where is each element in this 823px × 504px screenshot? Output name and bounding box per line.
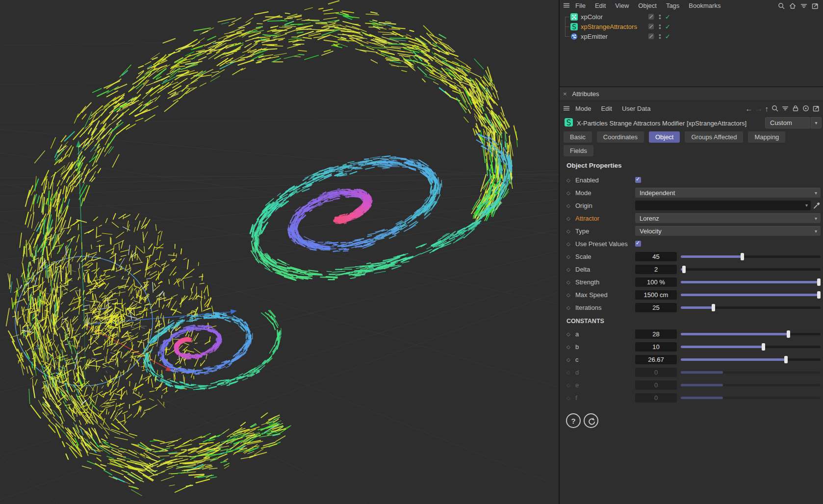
visibility-dots-icon[interactable]: [657, 24, 663, 30]
slider-knob[interactable]: [784, 356, 788, 363]
object-row-xpstrangeattractors[interactable]: xpStrangeAttractors✓: [560, 22, 823, 31]
attr-menu-mode[interactable]: Mode: [575, 105, 592, 112]
close-icon[interactable]: ×: [563, 90, 567, 98]
layer-icon[interactable]: [648, 23, 655, 30]
scale-slider[interactable]: [681, 255, 821, 258]
attr-menu-user-data[interactable]: User Data: [622, 105, 651, 112]
strength-slider[interactable]: [681, 281, 821, 283]
menu-item-tags[interactable]: Tags: [666, 2, 679, 9]
forward-icon[interactable]: →: [755, 105, 763, 112]
search-icon[interactable]: [777, 2, 785, 10]
hamburger-icon[interactable]: [563, 1, 570, 9]
object-row-xpcolor[interactable]: xpColor✓: [560, 12, 823, 22]
mode-dropdown[interactable]: Independent▾: [635, 188, 821, 198]
max-speed-value[interactable]: 1500 cm: [635, 290, 677, 300]
b-value[interactable]: 10: [635, 342, 677, 352]
search-icon[interactable]: [771, 104, 779, 112]
new-panel-icon[interactable]: [811, 2, 819, 10]
tab-object[interactable]: Object: [649, 131, 680, 143]
strength-value[interactable]: 100 %: [635, 277, 677, 287]
hamburger-icon[interactable]: [563, 104, 570, 112]
help-icon[interactable]: ?: [566, 413, 581, 428]
filter-icon[interactable]: [781, 104, 789, 112]
tab-mapping[interactable]: Mapping: [748, 131, 785, 143]
section-title: Object Properties: [566, 162, 622, 169]
scale-value[interactable]: 45: [635, 252, 677, 261]
filter-icon[interactable]: [800, 2, 808, 10]
attr-menu-edit[interactable]: Edit: [601, 105, 612, 112]
menu-item-view[interactable]: View: [615, 2, 629, 9]
preset-dropdown-arrow[interactable]: ▾: [811, 117, 822, 128]
e-value[interactable]: 0: [635, 380, 677, 390]
tab-coordinates[interactable]: Coordinates: [597, 131, 644, 143]
iterations-slider[interactable]: [681, 306, 821, 309]
enabled-check-icon[interactable]: ✓: [665, 23, 670, 30]
property-row-a: ◇a28: [560, 328, 823, 340]
xpcolor-icon[interactable]: [570, 13, 578, 21]
enabled-check-icon[interactable]: ✓: [665, 33, 670, 40]
enabled-checkbox[interactable]: [635, 177, 641, 183]
slider-knob[interactable]: [817, 278, 821, 286]
menu-item-edit[interactable]: Edit: [595, 2, 606, 9]
d-slider[interactable]: [681, 371, 821, 374]
delta-value[interactable]: 2: [635, 265, 677, 274]
back-icon[interactable]: ←: [746, 105, 753, 112]
reset-icon[interactable]: [584, 413, 598, 428]
slider-knob[interactable]: [712, 304, 715, 311]
constants-properties: ◇a28◇b10◇c26.67◇d0◇e0◇f0: [560, 328, 823, 404]
tab-fields[interactable]: Fields: [564, 145, 593, 156]
property-row-max-speed: ◇Max Speed1500 cm: [560, 288, 823, 301]
layer-icon[interactable]: [648, 13, 655, 20]
type-dropdown[interactable]: Velocity▾: [635, 226, 821, 236]
c-value[interactable]: 26.67: [635, 355, 677, 364]
object-name[interactable]: xpColor: [581, 13, 603, 21]
menu-item-object[interactable]: Object: [638, 2, 657, 9]
origin-field[interactable]: ▾: [635, 201, 811, 210]
enabled-check-icon[interactable]: ✓: [665, 13, 670, 21]
f-value[interactable]: 0: [635, 393, 677, 403]
a-value[interactable]: 28: [635, 329, 677, 339]
preset-dropdown[interactable]: Custom: [765, 117, 810, 128]
iterations-value[interactable]: 25: [635, 303, 677, 312]
object-row-xpemitter[interactable]: xpEmitter✓: [560, 31, 823, 41]
diamond-icon: ◇: [566, 228, 575, 234]
e-slider[interactable]: [681, 384, 821, 386]
viewport-3d[interactable]: [0, 0, 559, 504]
use-preset-values-checkbox[interactable]: [635, 241, 641, 247]
xpemitter-icon[interactable]: [570, 33, 578, 40]
attractor-dropdown[interactable]: Lorenz▾: [635, 213, 821, 223]
object-name[interactable]: xpEmitter: [581, 33, 608, 40]
delta-slider[interactable]: [681, 268, 821, 271]
menu-item-file[interactable]: File: [575, 2, 586, 9]
object-name[interactable]: xpStrangeAttractors: [581, 23, 637, 30]
target-icon[interactable]: [802, 104, 810, 112]
slider-knob[interactable]: [682, 266, 686, 273]
d-value[interactable]: 0: [635, 368, 677, 377]
f-slider[interactable]: [681, 397, 821, 399]
tree-stub: [565, 36, 569, 37]
new-panel-icon[interactable]: [812, 104, 820, 112]
a-slider[interactable]: [681, 333, 821, 335]
lock-icon[interactable]: [792, 104, 799, 112]
home-icon[interactable]: [789, 2, 797, 10]
property-row-d: ◇d0: [560, 366, 823, 378]
slider-knob[interactable]: [817, 291, 821, 299]
up-icon[interactable]: ↑: [765, 105, 769, 112]
layer-icon[interactable]: [648, 33, 655, 40]
object-properties: ◇Enabled◇ModeIndependent▾◇Origin▾◇Attrac…: [560, 174, 823, 314]
tab-groups-affected[interactable]: Groups Affected: [685, 131, 743, 143]
menu-item-bookmarks[interactable]: Bookmarks: [689, 2, 720, 9]
slider-knob[interactable]: [787, 330, 790, 338]
tab-basic[interactable]: Basic: [564, 131, 592, 143]
max-speed-slider[interactable]: [681, 294, 821, 296]
slider-knob[interactable]: [762, 343, 765, 351]
xpstrangeattractors-icon[interactable]: [570, 23, 578, 30]
visibility-dots-icon[interactable]: [657, 33, 663, 40]
attributes-object-row: X-Particles Strange Attractors Modifier …: [560, 117, 823, 129]
visibility-dots-icon[interactable]: [657, 14, 663, 20]
b-slider[interactable]: [681, 346, 821, 348]
c-slider[interactable]: [681, 358, 821, 361]
diamond-icon: ◇: [566, 292, 575, 298]
eyedropper-icon[interactable]: [813, 202, 821, 209]
slider-knob[interactable]: [741, 253, 744, 260]
